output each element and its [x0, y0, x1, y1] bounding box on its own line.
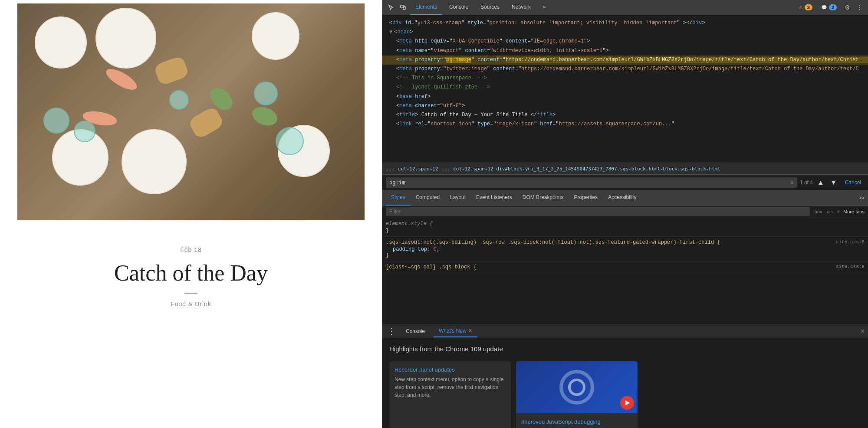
circle-inner — [568, 379, 585, 396]
article-title: Catch of the Day — [114, 260, 268, 286]
tab-styles[interactable]: Styles — [386, 190, 411, 206]
add-style-button[interactable]: + — [836, 208, 840, 215]
css-rule-element-style: element.style { } — [382, 218, 868, 237]
html-line-link-icon[interactable]: <link rel="shortcut icon" type="image/x-… — [382, 120, 868, 129]
whatsnew-cards: Recorder panel updates New step context … — [389, 361, 861, 428]
bottom-tabs: Styles Computed Layout Event Listeners D… — [382, 190, 868, 206]
devtools-toolbar: Elements Console Sources Network » ⚠ 3 💬… — [382, 0, 868, 15]
html-line-div-stamp[interactable]: <div id="yu13-css-stamp" style="position… — [382, 19, 868, 28]
filter-bar: :hov .cls + More tabs — [382, 206, 868, 218]
whatsnew-card-js-debug: Improved JavaScript debugging — [516, 361, 638, 428]
tab-computed[interactable]: Computed — [411, 190, 445, 206]
whatsnew-content: Highlights from the Chrome 109 update Re… — [382, 338, 868, 428]
more-tabs-button[interactable]: >> — [859, 195, 865, 200]
search-prev-button[interactable]: ▲ — [815, 178, 826, 187]
html-line-meta-twitter-image[interactable]: <meta property="twitter:image" content="… — [382, 65, 868, 74]
tab-network[interactable]: Network — [506, 0, 536, 15]
html-line-comment-squarespace: <!-- This is Squarespace. --> — [382, 74, 868, 83]
tab-console[interactable]: Console — [444, 0, 473, 15]
settings-icon[interactable]: ⚙ — [842, 2, 852, 13]
bottom-panel: Styles Computed Layout Event Listeners D… — [382, 190, 868, 428]
whatsnew-card-1-title[interactable]: Recorder panel updates — [395, 366, 506, 373]
food-item-2 — [154, 56, 190, 86]
css-selector-sqs[interactable]: .sqs-layout:not(.sqs-editing) .sqs-row .… — [386, 239, 720, 245]
glass-4 — [169, 90, 189, 110]
whatsnew-card-2-title[interactable]: Improved JavaScript debugging — [521, 418, 632, 425]
search-next-button[interactable]: ▼ — [829, 178, 839, 187]
cls-filter-button[interactable]: .cls — [825, 209, 833, 214]
css-closing-1: } — [386, 228, 865, 234]
filter-input[interactable] — [386, 207, 810, 216]
whatsnew-card-recorder: Recorder panel updates New step context … — [389, 361, 511, 428]
whatsnew-card-1-desc: New step context menu, option to copy a … — [395, 376, 506, 399]
glass-1 — [43, 108, 69, 134]
css-source-1[interactable]: site.css:8 — [836, 239, 865, 246]
tab-whatsnew[interactable]: What's New × — [434, 325, 477, 337]
html-line-title[interactable]: <title> Catch of the Day — Your Site Tit… — [382, 111, 868, 120]
tab-layout[interactable]: Layout — [445, 190, 471, 206]
circle-graphic — [559, 370, 594, 405]
panel-close-button[interactable]: × — [861, 327, 865, 335]
breadcrumb-col12[interactable]: col-12.span-12 — [398, 166, 438, 172]
tab-more[interactable]: » — [538, 0, 551, 15]
search-clear-button[interactable]: × — [790, 179, 794, 186]
html-line-head[interactable]: ▼<head> — [382, 28, 868, 37]
tab-sources[interactable]: Sources — [475, 0, 505, 15]
styles-content: :hov .cls + More tabs element.style { } … — [382, 206, 868, 324]
css-rule-sqs-col: [class~=sqs-col] .sqs-block { site.css:8 — [382, 261, 868, 274]
warning-badge[interactable]: ⚠ 3 — [795, 3, 816, 11]
html-tree: <div id="yu13-css-stamp" style="position… — [382, 15, 868, 163]
search-bar: × 1 of 4 ▲ ▼ Cancel — [382, 175, 868, 190]
whatsnew-header: ⋮ Console What's New × × — [382, 324, 868, 338]
glass-3 — [254, 82, 278, 105]
tab-dom-breakpoints[interactable]: DOM Breakpoints — [517, 190, 569, 206]
website-preview: Feb 18 Catch of the Day Food & Drink — [0, 0, 382, 428]
whatsnew-highlights-title: Highlights from the Chrome 109 update — [389, 345, 861, 353]
inspector-icon[interactable] — [386, 2, 396, 13]
whatsnew-close-button[interactable]: × — [468, 327, 472, 335]
css-property-padding-top[interactable]: padding-top: 0; — [386, 246, 865, 252]
search-input[interactable] — [389, 180, 789, 186]
html-line-base[interactable]: <base href> — [382, 92, 868, 101]
tab-elements[interactable]: Elements — [410, 0, 442, 15]
tab-console-bottom[interactable]: Console — [401, 327, 430, 336]
whatsnew-card-2-image — [516, 361, 638, 413]
console-options-icon[interactable]: ⋮ — [386, 327, 397, 336]
breadcrumb-block[interactable]: ... col-12.span-12 div#block-yui_3_17_2_… — [442, 166, 720, 172]
title-divider — [184, 293, 197, 294]
whatsnew-card-1-text: Recorder panel updates New step context … — [389, 361, 511, 404]
food-image — [17, 3, 365, 220]
play-triangle-icon — [625, 400, 630, 405]
css-rule-sqs-layout: .sqs-layout:not(.sqs-editing) .sqs-row .… — [382, 237, 868, 261]
search-cancel-button[interactable]: Cancel — [842, 178, 865, 187]
device-toggle-icon[interactable] — [398, 2, 408, 13]
more-style-tabs-button[interactable]: More tabs — [843, 209, 865, 214]
play-button[interactable] — [620, 396, 634, 410]
html-line-comment-lychee: <!-- lychee-quillfish-zt5e --> — [382, 83, 868, 92]
html-line-meta-viewport[interactable]: <meta name="viewport" content="width=dev… — [382, 46, 868, 56]
css-selector-sqs-col[interactable]: [class~=sqs-col] .sqs-block { — [386, 264, 477, 270]
html-line-meta-ua[interactable]: <meta http-equiv="X-UA-Compatible" conte… — [382, 37, 868, 46]
css-selector-element-style[interactable]: element.style { — [386, 221, 865, 227]
plate-5 — [122, 129, 187, 194]
tab-accessibility[interactable]: Accessibility — [603, 190, 641, 206]
food-item-5 — [187, 106, 225, 140]
tab-properties[interactable]: Properties — [569, 190, 603, 206]
tab-event-listeners[interactable]: Event Listeners — [471, 190, 517, 206]
css-closing-2: } — [386, 252, 865, 258]
glass-5 — [276, 127, 304, 155]
plate-1 — [35, 16, 87, 69]
search-input-container[interactable]: × — [386, 177, 797, 188]
more-options-icon[interactable]: ⋮ — [854, 2, 865, 13]
breadcrumb-bar: ... col-12.span-12 ... col-12.span-12 di… — [382, 163, 868, 175]
article-date: Feb 18 — [180, 246, 202, 253]
glass-2 — [74, 121, 95, 142]
hov-filter-button[interactable]: :hov — [813, 209, 822, 214]
message-badge[interactable]: 💬 2 — [818, 3, 840, 11]
search-result-count: 1 of 4 — [800, 180, 813, 186]
html-line-meta-og-image[interactable]: <meta property="og:image" content="https… — [382, 56, 868, 65]
breadcrumb-dots[interactable]: ... — [386, 166, 395, 172]
message-count: 2 — [829, 4, 837, 10]
css-source-2[interactable]: site.css:8 — [836, 264, 865, 271]
html-line-meta-charset[interactable]: <meta charset="utf-8"> — [382, 101, 868, 111]
